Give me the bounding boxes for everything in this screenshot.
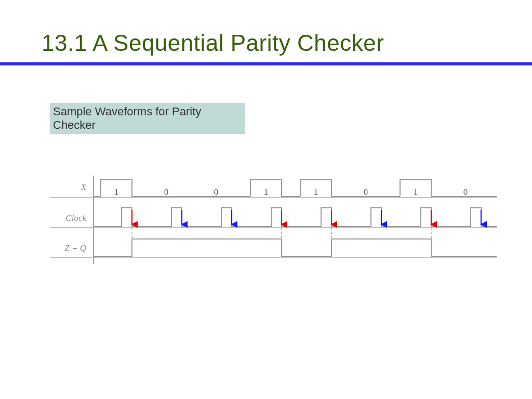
slide-title: 13.1 A Sequential Parity Checker [42, 30, 384, 56]
timing-svg [50, 176, 497, 280]
slide-subtitle: Sample Waveforms for Parity Checker [50, 103, 245, 134]
waveform-x [94, 180, 497, 196]
clock-edge-arrows [132, 210, 481, 224]
title-underline [0, 62, 532, 65]
waveform-clock [94, 208, 497, 227]
waveform-zq [94, 239, 497, 257]
timing-diagram: X Clock Z = Q 1 0 0 1 1 0 1 0 [50, 176, 497, 280]
